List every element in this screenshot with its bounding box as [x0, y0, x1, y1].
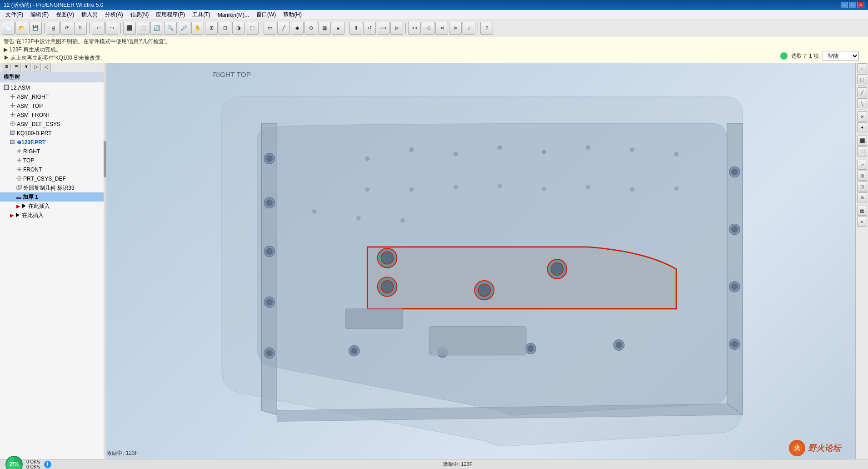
tb-help[interactable]: ?: [480, 22, 493, 35]
tree-item-asm-right[interactable]: ASM_RIGHT: [0, 92, 104, 101]
rt-del[interactable]: ⊗: [857, 192, 867, 202]
viewport[interactable]: RIGHT TOP 激励中: 123F: [105, 61, 855, 459]
lp-columns[interactable]: ☰: [12, 62, 21, 71]
tb-view1[interactable]: ⬛: [123, 22, 136, 35]
tb-redo[interactable]: ↪: [105, 22, 118, 35]
menu-file[interactable]: 文件(F): [2, 10, 27, 20]
tree-item-asm-def-csys[interactable]: ASM_DEF_CSYS: [0, 120, 104, 129]
tree-content[interactable]: 12.ASMASM_RIGHTASM_TOPASM_FRONTASM_DEF_C…: [0, 82, 104, 469]
rate-block: 0 OK/s 0 OK/s: [26, 459, 40, 469]
menu-insert[interactable]: 插入(I): [78, 10, 101, 20]
tb-datum-csys[interactable]: ⊕: [304, 22, 317, 35]
tb-print[interactable]: 🖨: [47, 22, 60, 35]
tb-wire[interactable]: ⬚: [246, 22, 259, 35]
filter-dropdown[interactable]: 智能 几何 特征: [823, 51, 859, 61]
close-button[interactable]: ✕: [857, 2, 864, 8]
lp-collapse[interactable]: ◁: [42, 62, 51, 71]
tree-item-prt-csys-def[interactable]: PRT_CSYS_DEF: [0, 174, 104, 183]
tb-sweep[interactable]: ⟿: [377, 22, 389, 35]
lp-expand[interactable]: ▷: [32, 62, 41, 71]
minimize-button[interactable]: ─: [841, 2, 848, 8]
tb-orient[interactable]: ⊞: [205, 22, 218, 35]
svg-point-77: [312, 209, 317, 214]
tb-shade[interactable]: ◑: [232, 22, 245, 35]
rt-box[interactable]: ⬜: [857, 146, 867, 156]
tb-save[interactable]: 💾: [29, 22, 42, 35]
tb-datum-pt[interactable]: ◆: [291, 22, 304, 35]
tb-ref[interactable]: ⊲: [435, 22, 448, 35]
svg-point-79: [400, 218, 405, 223]
svg-point-73: [542, 187, 546, 191]
bottom-bar: 27% 0 OK/s 0 OK/s i 激励中: 123F: [0, 459, 868, 469]
rt-list[interactable]: ▦: [857, 206, 867, 216]
menu-apps[interactable]: 应用程序(P): [152, 10, 189, 20]
menu-window[interactable]: 窗口(W): [253, 10, 279, 20]
tb-zoom-in[interactable]: 🔍: [164, 22, 177, 35]
rt-edit[interactable]: ⊡: [857, 182, 867, 192]
watermark-logo-text: 火: [794, 444, 800, 452]
tb-open[interactable]: 📂: [15, 22, 28, 35]
tree-item-asm-front[interactable]: ASM_FRONT: [0, 111, 104, 120]
tree-item-p123f[interactable]: ⊕123F.PRT: [0, 138, 104, 147]
menu-analysis[interactable]: 分析(A): [101, 10, 127, 20]
rt-arrow[interactable]: ↗: [857, 160, 867, 170]
tb-dim[interactable]: ◁: [422, 22, 434, 35]
rt-x[interactable]: ✕: [857, 111, 867, 121]
svg-point-44: [351, 348, 357, 354]
menu-edit[interactable]: 编辑(E): [27, 10, 52, 20]
rt-view-top[interactable]: ↕: [857, 63, 867, 73]
tb-view2[interactable]: ⬜: [137, 22, 150, 35]
tb-blend[interactable]: ⫸: [390, 22, 403, 35]
tb-new[interactable]: 📄: [2, 22, 15, 35]
tree-item-front[interactable]: FRONT: [0, 165, 104, 174]
rt-sep5: [858, 204, 866, 204]
tree-item-insert-here1[interactable]: ▶▶ 在此插入: [0, 202, 104, 211]
tree-item-root[interactable]: 12.ASM: [0, 83, 104, 92]
scroll-thumb[interactable]: [104, 141, 106, 177]
tb-datum-surf[interactable]: ▦: [318, 22, 331, 35]
menu-manikin[interactable]: Manikin(M)...: [214, 11, 253, 19]
tb-regenerate[interactable]: ⟳: [60, 22, 73, 35]
svg-point-36: [732, 169, 738, 175]
tb-constraint[interactable]: ⊷: [408, 22, 421, 35]
tb-datum-axis[interactable]: ╱: [277, 22, 290, 35]
lp-filter[interactable]: ▼: [22, 62, 31, 71]
rt-menu[interactable]: ≡: [857, 217, 867, 227]
rt-line2[interactable]: ╲: [857, 98, 867, 108]
tree-scrollbar[interactable]: [104, 61, 106, 459]
tree-item-kq100-b[interactable]: KQ100-B.PRT: [0, 129, 104, 138]
rt-border[interactable]: ⬚: [857, 74, 867, 84]
tree-item-top[interactable]: TOP: [0, 156, 104, 165]
menu-tools[interactable]: 工具(T): [189, 10, 214, 20]
menu-view[interactable]: 视图(V): [52, 10, 78, 20]
tree-item-icon-plane: [10, 94, 15, 100]
menu-help[interactable]: 帮助(H): [279, 10, 305, 20]
tb-datum-plane[interactable]: ▭: [264, 22, 276, 35]
rt-pattern[interactable]: ⊞: [857, 171, 867, 181]
tree-item-thickness[interactable]: ▬加厚 1: [0, 192, 104, 202]
tree-item-right[interactable]: RIGHT: [0, 147, 104, 156]
tree-item-asm-top[interactable]: ASM_TOP: [0, 101, 104, 111]
tb-edit2[interactable]: ⊳: [449, 22, 462, 35]
tb-pan[interactable]: ✋: [191, 22, 204, 35]
lp-settings[interactable]: ⚙: [2, 62, 11, 71]
tb-revolve[interactable]: ↺: [363, 22, 376, 35]
rt-sep3: [858, 134, 866, 134]
maximize-button[interactable]: □: [849, 2, 856, 8]
tb-sphere[interactable]: ●: [332, 22, 344, 35]
tb-regen2[interactable]: ↻: [74, 22, 87, 35]
svg-point-76: [674, 187, 678, 191]
tb-extrude[interactable]: ⬆: [349, 22, 362, 35]
tree-item-ext-copy[interactable]: 外部复制几何 标识39: [0, 183, 104, 192]
tb-undo[interactable]: ↩: [92, 22, 105, 35]
tb-spin[interactable]: 🔄: [150, 22, 163, 35]
tb-hole[interactable]: ○: [463, 22, 475, 35]
tb-zoom-out[interactable]: 🔎: [178, 22, 190, 35]
rt-star[interactable]: ✦: [857, 122, 867, 132]
rt-line[interactable]: ╱: [857, 87, 867, 97]
rt-solid[interactable]: ⬛: [857, 136, 867, 146]
tb-refit[interactable]: ⊡: [219, 22, 231, 35]
model-tree-header: 模型树: [0, 72, 104, 82]
menu-info[interactable]: 信息(N): [127, 10, 153, 20]
tree-item-insert-here2[interactable]: ▶▶ 在此插入: [0, 211, 104, 220]
